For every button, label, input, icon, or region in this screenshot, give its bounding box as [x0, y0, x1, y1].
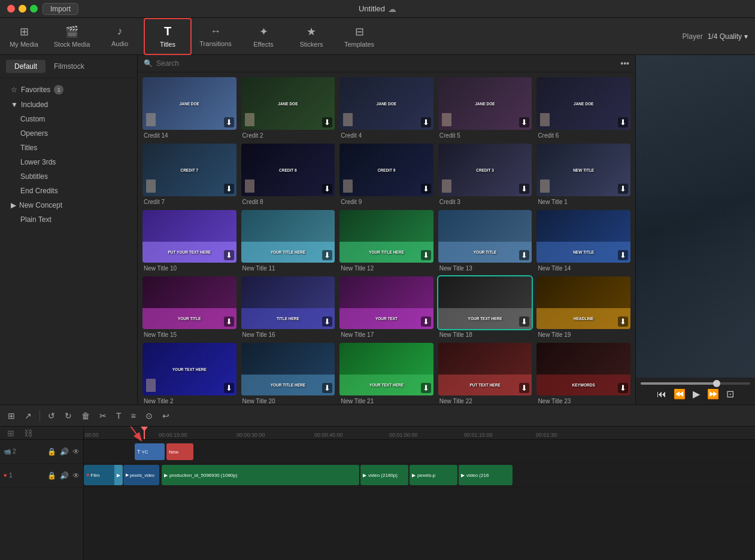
- lock-icon[interactable]: 🔒: [47, 448, 56, 456]
- grid-item-credit3[interactable]: CREDIT 3⬇Credit 3: [438, 144, 532, 205]
- download-icon[interactable]: ⬇: [618, 117, 628, 127]
- video-clip-pexels2[interactable]: ▶ pexels-p: [410, 465, 457, 485]
- video-clip-pexels[interactable]: ▶ pexels_video: [123, 465, 159, 485]
- download-icon[interactable]: ⬇: [322, 117, 332, 127]
- grid-item-newtitle10[interactable]: PUT YOUR TEXT HERE⬇New Title 10: [142, 210, 236, 272]
- download-icon[interactable]: ⬇: [618, 250, 628, 260]
- grid-item-credit14[interactable]: JANE DOE⬇Credit 14: [142, 77, 236, 139]
- download-icon[interactable]: ⬇: [322, 250, 332, 260]
- eye-icon[interactable]: 👁: [72, 448, 80, 456]
- nav-audio[interactable]: ♪ Audio: [96, 18, 144, 55]
- grid-item-newtitle1[interactable]: NEW TITLE⬇New Title 1: [536, 144, 630, 205]
- download-icon[interactable]: ⬇: [224, 316, 234, 327]
- grid-item-newtitle21[interactable]: YOUR TEXT HERE⬇New Title 21: [339, 343, 433, 404]
- grid-item-newtitle20[interactable]: YOUR TITLE HERE⬇New Title 20: [241, 343, 335, 404]
- sidebar-item-end-credits[interactable]: End Credits: [6, 184, 131, 198]
- download-icon[interactable]: ⬇: [519, 184, 529, 194]
- section-new-concept[interactable]: ▶ New Concept: [6, 198, 131, 212]
- eye-icon[interactable]: 👁: [72, 471, 80, 480]
- grid-item-newtitle22[interactable]: PUT TEXT HERE⬇New Title 22: [438, 343, 532, 404]
- select-tool[interactable]: ↗: [23, 409, 34, 422]
- grid-item-credit6[interactable]: JANE DOE⬇Credit 6: [536, 77, 630, 139]
- grid-item-credit8[interactable]: CREDIT 8⬇Credit 8: [241, 144, 335, 205]
- close-button[interactable]: [7, 5, 15, 13]
- volume-icon[interactable]: 🔊: [60, 448, 69, 456]
- grid-item-newtitle15[interactable]: YOUR TITLE⬇New Title 15: [142, 276, 236, 338]
- nav-titles[interactable]: T Titles: [144, 18, 192, 55]
- sidebar-item-plain-text[interactable]: Plain Text: [6, 212, 131, 227]
- download-icon[interactable]: ⬇: [224, 184, 234, 194]
- nav-effects[interactable]: ✦ Effects: [239, 18, 287, 55]
- nav-my-media[interactable]: ⊞ My Media: [0, 18, 48, 55]
- adjust-button[interactable]: ≡: [129, 409, 138, 422]
- download-icon[interactable]: ⬇: [519, 383, 529, 393]
- grid-item-newtitle2[interactable]: YOUR TEXT HERE⬇New Title 2: [142, 343, 236, 404]
- download-icon[interactable]: ⬇: [421, 316, 431, 327]
- download-icon[interactable]: ⬇: [519, 316, 529, 327]
- download-icon[interactable]: ⬇: [421, 184, 431, 194]
- download-icon[interactable]: ⬇: [519, 117, 529, 127]
- sidebar-item-subtitles[interactable]: Subtitles: [6, 169, 131, 184]
- volume-icon[interactable]: 🔊: [60, 471, 69, 480]
- download-icon[interactable]: ⬇: [421, 383, 431, 393]
- cut-button[interactable]: ✂: [98, 409, 108, 422]
- grid-item-credit5[interactable]: JANE DOE⬇Credit 5: [438, 77, 532, 139]
- scenes-button[interactable]: ⊞: [6, 409, 17, 422]
- download-icon[interactable]: ⬇: [224, 117, 234, 127]
- nav-stickers[interactable]: ★ Stickers: [287, 18, 335, 55]
- fullscreen-button[interactable]: ⊡: [726, 388, 734, 400]
- grid-item-credit7[interactable]: CREDIT 7⬇Credit 7: [142, 144, 236, 205]
- play-button[interactable]: ▶: [693, 388, 700, 400]
- tab-filmstock[interactable]: Filmstock: [46, 60, 93, 73]
- download-icon[interactable]: ⬇: [322, 184, 332, 194]
- download-icon[interactable]: ⬇: [224, 250, 234, 260]
- sidebar-item-titles[interactable]: Titles: [6, 141, 131, 155]
- download-icon[interactable]: ⬇: [421, 250, 431, 260]
- add-scene-button[interactable]: ⊞: [4, 427, 18, 439]
- lock-icon[interactable]: 🔒: [47, 471, 56, 480]
- grid-item-credit9[interactable]: CREDIT 9⬇Credit 9: [339, 144, 433, 205]
- download-icon[interactable]: ⬇: [618, 316, 628, 327]
- sidebar-item-openers[interactable]: Openers: [6, 126, 131, 141]
- sidebar-item-lower3rds[interactable]: Lower 3rds: [6, 155, 131, 169]
- download-icon[interactable]: ⬇: [322, 316, 332, 327]
- download-icon[interactable]: ⬇: [519, 250, 529, 260]
- nav-transitions[interactable]: ↔ Transitions: [192, 18, 239, 55]
- delete-button[interactable]: 🗑: [80, 409, 92, 422]
- import-button[interactable]: Import: [43, 3, 78, 15]
- tab-default[interactable]: Default: [6, 60, 46, 73]
- return-button[interactable]: ↩: [160, 409, 171, 422]
- step-forward-button[interactable]: ⏩: [707, 388, 719, 400]
- grid-item-credit4[interactable]: JANE DOE⬇Credit 4: [339, 77, 433, 139]
- step-back-button[interactable]: ⏪: [674, 388, 686, 400]
- redo-button[interactable]: ↻: [63, 409, 74, 422]
- grid-item-credit2[interactable]: JANE DOE⬇Credit 2: [241, 77, 335, 139]
- grid-item-newtitle11[interactable]: YOUR TITLE HERE⬇New Title 11: [241, 210, 335, 272]
- grid-item-newtitle14[interactable]: NEW TITLE⬇New Title 14: [536, 210, 630, 272]
- record-button[interactable]: ⊙: [144, 409, 154, 422]
- quality-button[interactable]: 1/4 Quality ▾: [708, 32, 748, 41]
- progress-bar[interactable]: [641, 382, 750, 385]
- sidebar-item-custom[interactable]: Custom: [6, 112, 131, 126]
- grid-item-newtitle18[interactable]: YOUR TEXT HERE⬇New Title 18: [438, 276, 532, 338]
- undo-button[interactable]: ↺: [46, 409, 57, 422]
- grid-item-newtitle23[interactable]: KEYWORDS⬇New Title 23: [536, 343, 630, 404]
- title-clip-new[interactable]: New: [166, 443, 193, 460]
- text-tool[interactable]: T: [114, 409, 123, 422]
- download-icon[interactable]: ⬇: [618, 184, 628, 194]
- download-icon[interactable]: ⬇: [618, 383, 628, 393]
- video-clip-film[interactable]: ♥ Film ▶: [84, 465, 123, 485]
- grid-item-newtitle19[interactable]: HEADLINE⬇New Title 19: [536, 276, 630, 338]
- section-included[interactable]: ▼ Included: [6, 98, 131, 112]
- video-clip-production[interactable]: ▶ production_id_5096930 (1080p): [162, 465, 359, 485]
- minimize-button[interactable]: [19, 5, 26, 13]
- rewind-button[interactable]: ⏮: [657, 389, 666, 400]
- grid-item-newtitle17[interactable]: YOUR TEXT⬇New Title 17: [339, 276, 433, 338]
- more-options-button[interactable]: •••: [620, 59, 629, 68]
- download-icon[interactable]: ⬇: [421, 117, 431, 127]
- nav-stock-media[interactable]: 🎬 Stock Media: [48, 18, 96, 55]
- video-clip-2160p[interactable]: ▶ video (2160p): [360, 465, 408, 485]
- maximize-button[interactable]: [30, 5, 38, 13]
- nav-templates[interactable]: ⊟ Templates: [335, 18, 383, 55]
- grid-item-newtitle16[interactable]: TITLE HERE⬇New Title 16: [241, 276, 335, 338]
